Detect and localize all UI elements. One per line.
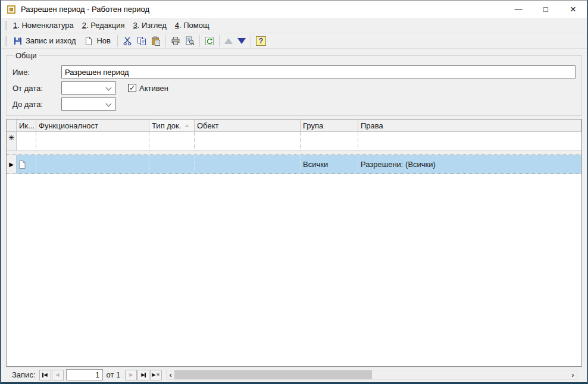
toolbar-separator [165,35,166,47]
from-date-row: От дата: ✓ Активен [12,81,576,95]
from-date-combobox[interactable] [61,81,116,95]
active-label: Активен [139,84,168,93]
rights-cell[interactable]: Разрешени: (Всички) [358,155,581,174]
general-groupbox: Общи Име: От дата: ✓ Активен До дата: [6,51,582,116]
active-checkbox-group: ✓ Активен [128,84,168,93]
new-row-cell[interactable] [195,132,301,150]
new-record-button[interactable]: ▶✳ [150,370,162,380]
rights-grid: Ик... Функционалност Тип док. Обект Груп… [6,119,582,367]
main-content: Общи Име: От дата: ✓ Активен До дата: [1,49,587,382]
move-down-button[interactable] [235,37,248,45]
grid-data-row-selected[interactable]: ▶ Всички Разрешени: (Всички) [7,155,581,174]
grid-empty-area [7,174,581,366]
name-label: Име: [12,68,61,77]
new-row-indicator: ✳ [7,132,17,150]
menu-view[interactable]: 3. Изглед [129,20,170,31]
up-arrow-icon [224,38,233,44]
grid-row-gap [7,151,581,155]
help-icon: ? [256,36,266,46]
scissors-icon [123,36,132,46]
grid-header-row: Ик... Функционалност Тип док. Обект Груп… [7,119,581,132]
record-label: Запис: [12,370,36,379]
doc-type-cell[interactable] [149,155,195,174]
toolbar-grip[interactable] [5,36,7,46]
to-date-combobox[interactable] [61,97,116,111]
new-row-cell[interactable] [36,132,149,150]
toolbar-separator [199,35,200,47]
app-window: Разрешен период - Работен период — □ × 1… [0,0,588,384]
refresh-icon [205,36,214,46]
move-up-button[interactable] [222,37,235,45]
object-cell[interactable] [195,155,301,174]
scrollbar-thumb[interactable] [174,370,371,379]
name-row: Име: [12,65,576,78]
new-row-cell[interactable] [301,132,358,150]
group-cell[interactable]: Всички [301,155,358,174]
record-number-input[interactable] [66,369,103,380]
print-preview-button[interactable] [183,35,197,47]
save-icon [13,36,23,46]
new-row-cell[interactable] [149,132,195,150]
document-icon [19,160,26,169]
window-title: Разрешен период - Работен период [21,5,149,14]
record-count-label: от 1 [107,370,121,379]
active-checkbox[interactable]: ✓ [128,84,136,92]
previous-record-button[interactable]: ◀ [52,370,64,380]
menubar: 1. Номенклатура 2. Редакция 3. Изглед 4.… [1,18,587,33]
sort-ascending-icon [184,124,189,127]
app-icon [7,5,15,14]
print-preview-icon [185,36,195,46]
toolbar: Запис и изход Нов [1,33,587,49]
minimize-button[interactable]: — [505,1,532,18]
paste-icon [151,36,161,46]
column-header-functionality[interactable]: Функционалност [36,119,149,131]
copy-icon [137,36,146,46]
refresh-button[interactable] [202,35,217,47]
column-header-object[interactable]: Обект [195,119,301,131]
functionality-cell[interactable] [36,155,149,174]
menu-edit[interactable]: 2. Редакция [78,20,129,31]
to-date-row: До дата: [12,97,576,111]
grid-new-row[interactable]: ✳ [7,132,581,151]
menu-nomenclature[interactable]: 1. Номенклатура [9,20,78,31]
column-header-group[interactable]: Група [301,119,358,131]
toolbar-separator [251,35,251,47]
printer-icon [171,36,180,46]
next-record-button[interactable]: ▶ [125,370,137,380]
help-button[interactable]: ? [254,35,268,47]
to-date-label: До дата: [12,100,61,109]
column-header-icon[interactable]: Ик... [17,119,36,131]
close-button[interactable]: × [559,1,587,18]
horizontal-scrollbar[interactable]: ‹ › [166,370,577,380]
current-record-indicator: ▶ [7,155,17,174]
copy-button[interactable] [135,35,149,47]
new-row-cell[interactable] [17,132,36,150]
maximize-button[interactable]: □ [532,1,559,18]
row-icon-cell[interactable] [17,155,36,174]
print-button[interactable] [168,35,183,47]
menubar-grip[interactable] [5,21,7,30]
column-header-doc-type[interactable]: Тип док. [149,119,195,131]
record-navigator: Запис: ◀ ◀ от 1 ▶ ▶ ▶✳ ‹ [6,367,582,382]
cut-button[interactable] [120,35,135,47]
from-date-label: От дата: [12,84,61,93]
save-and-exit-button[interactable]: Запис и изход [9,34,80,48]
first-record-button[interactable]: ◀ [39,370,51,380]
paste-button[interactable] [149,35,163,47]
chevron-down-icon [106,85,112,91]
toolbar-separator [117,35,118,47]
new-row-cell[interactable] [358,132,581,150]
window-controls: — □ × [505,1,587,18]
new-document-icon [84,36,93,46]
new-button[interactable]: Нов [80,34,115,48]
scroll-left-arrow[interactable]: ‹ [167,370,174,379]
last-record-button[interactable]: ▶ [137,370,149,380]
row-selector-header [7,119,17,131]
scrollbar-track[interactable] [174,370,569,379]
toolbar-separator [219,35,220,47]
name-input[interactable] [61,65,576,78]
menu-help[interactable]: 4. Помощ [171,20,214,31]
column-header-rights[interactable]: Права [358,119,581,131]
titlebar: Разрешен период - Работен период — □ × [1,1,587,18]
scroll-right-arrow[interactable]: › [569,370,577,379]
